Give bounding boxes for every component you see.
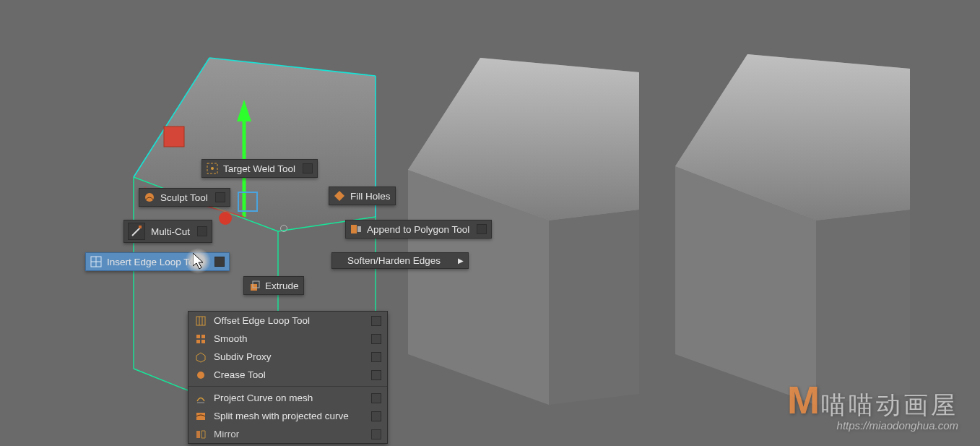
mm-label: Append to Polygon Tool <box>367 224 469 235</box>
svg-rect-29 <box>139 226 142 228</box>
option-box[interactable] <box>371 352 381 362</box>
marking-menu-origin <box>280 225 287 232</box>
face-select-highlight <box>238 192 258 212</box>
svg-rect-44 <box>196 340 200 343</box>
mm-label: Sculpt Tool <box>160 192 208 203</box>
option-box[interactable] <box>371 316 381 326</box>
watermark-logo: M <box>787 377 817 422</box>
menu-label: Mirror <box>214 429 364 439</box>
menu-split-mesh-projected-curve[interactable]: Split mesh with projected curve <box>188 407 387 425</box>
menu-project-curve[interactable]: Project Curve on mesh <box>188 389 387 407</box>
fill-holes-icon <box>333 189 346 202</box>
menu-label: Crease Tool <box>214 369 364 380</box>
mm-extrude[interactable]: Extrude <box>243 276 304 295</box>
option-box[interactable] <box>215 192 225 202</box>
menu-subdiv-proxy[interactable]: Subdiv Proxy <box>188 348 387 366</box>
menu-label: Offset Edge Loop Tool <box>214 315 364 326</box>
option-box[interactable] <box>214 257 225 267</box>
menu-mirror[interactable]: Mirror <box>188 425 387 443</box>
svg-line-18 <box>134 58 209 177</box>
svg-marker-4 <box>675 54 910 220</box>
multi-cut-icon <box>128 223 145 240</box>
svg-marker-22 <box>237 100 251 121</box>
svg-line-19 <box>209 58 376 76</box>
submenu-arrow-icon: ▶ <box>458 257 464 265</box>
watermark-title: 喵喵动画屋 <box>821 389 958 422</box>
svg-rect-43 <box>201 335 205 338</box>
svg-marker-7 <box>675 54 910 220</box>
svg-marker-6 <box>816 210 910 405</box>
mesh-tools-submenu[interactable]: Offset Edge Loop Tool Smooth Subdiv Prox… <box>188 311 388 444</box>
svg-marker-0 <box>408 58 639 220</box>
menu-crease-tool[interactable]: Crease Tool <box>188 366 387 384</box>
svg-marker-1 <box>408 170 549 405</box>
split-mesh-icon <box>194 410 207 422</box>
option-box[interactable] <box>197 226 207 236</box>
smooth-icon <box>194 333 207 345</box>
mm-multi-cut[interactable]: Multi-Cut <box>123 220 212 243</box>
svg-rect-42 <box>196 335 200 338</box>
extrude-icon <box>248 279 261 292</box>
svg-rect-49 <box>196 413 205 420</box>
mm-label: Target Weld Tool <box>223 163 295 174</box>
svg-point-24 <box>219 212 232 225</box>
svg-rect-25 <box>164 126 184 147</box>
append-polygon-icon <box>350 223 363 236</box>
watermark: M 喵喵动画屋 https://miaodonghua.com <box>787 377 958 432</box>
menu-label: Split mesh with projected curve <box>214 411 364 421</box>
svg-marker-35 <box>334 191 344 201</box>
mm-label: Extrude <box>265 280 299 291</box>
svg-marker-51 <box>201 431 205 438</box>
mirror-icon <box>194 428 207 440</box>
svg-point-27 <box>211 167 214 170</box>
menu-label: Project Curve on mesh <box>214 393 364 403</box>
svg-marker-46 <box>196 353 205 362</box>
menu-separator <box>188 386 387 387</box>
option-box[interactable] <box>371 393 381 403</box>
target-weld-icon <box>206 162 219 175</box>
mm-target-weld-tool[interactable]: Target Weld Tool <box>201 159 318 178</box>
menu-label: Subdiv Proxy <box>214 351 364 362</box>
option-box[interactable] <box>371 429 381 439</box>
option-box[interactable] <box>371 334 381 344</box>
svg-rect-45 <box>201 340 205 343</box>
subdiv-icon <box>194 351 207 363</box>
mm-sculpt-tool[interactable]: Sculpt Tool <box>139 188 230 207</box>
cursor-halo <box>185 248 211 274</box>
crease-icon <box>194 369 207 381</box>
menu-label: Smooth <box>214 333 364 344</box>
option-box[interactable] <box>371 411 381 421</box>
menu-offset-edge-loop-tool[interactable]: Offset Edge Loop Tool <box>188 312 387 330</box>
svg-rect-39 <box>196 317 205 325</box>
svg-rect-36 <box>351 225 357 233</box>
mm-soften-harden-edges[interactable]: Soften/Harden Edges ▶ <box>331 252 469 269</box>
mm-label: Fill Holes <box>350 191 391 202</box>
option-box[interactable] <box>371 370 381 380</box>
shaded-cube-2 <box>675 54 910 405</box>
insert-edge-loop-icon <box>90 255 103 268</box>
menu-smooth[interactable]: Smooth <box>188 330 387 348</box>
mm-label: Soften/Harden Edges <box>336 255 441 266</box>
mm-fill-holes[interactable]: Fill Holes <box>329 186 396 205</box>
svg-marker-5 <box>675 166 816 405</box>
sculpt-icon <box>143 191 156 204</box>
mm-label: Multi-Cut <box>151 226 190 237</box>
svg-rect-37 <box>357 226 361 232</box>
3d-viewport[interactable]: Target Weld Tool Sculpt Tool Multi-Cut I… <box>0 0 980 446</box>
svg-marker-3 <box>408 58 639 220</box>
svg-marker-2 <box>549 210 639 405</box>
offset-edge-icon <box>194 314 207 327</box>
mm-append-to-polygon-tool[interactable]: Append to Polygon Tool <box>345 220 492 239</box>
option-box[interactable] <box>303 163 313 173</box>
svg-point-47 <box>197 372 204 379</box>
option-box[interactable] <box>477 224 487 234</box>
project-curve-icon <box>194 392 207 404</box>
svg-marker-50 <box>196 431 200 438</box>
